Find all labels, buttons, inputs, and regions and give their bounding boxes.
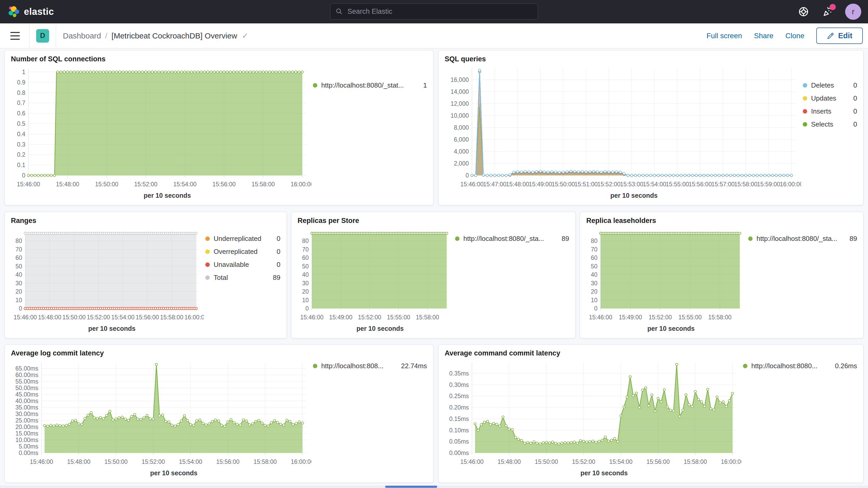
elastic-brand[interactable]: elastic [8, 6, 54, 18]
legend-item[interactable]: http://localhost:8080... 0.26ms [743, 362, 857, 370]
svg-text:0: 0 [465, 172, 469, 179]
full-screen-button[interactable]: Full screen [706, 32, 742, 40]
pencil-icon [827, 32, 835, 40]
search-icon [336, 8, 343, 15]
svg-text:15:54:00: 15:54:00 [111, 314, 135, 321]
legend-item[interactable]: http://localhost:8080/_sta... 89 [748, 235, 857, 243]
edit-button[interactable]: Edit [816, 28, 863, 44]
legend-value: 0.26ms [835, 362, 857, 370]
help-button[interactable] [797, 5, 810, 18]
svg-text:15:52:00: 15:52:00 [649, 314, 672, 321]
legend-item[interactable]: http://localhost:8080/_sta... 89 [455, 235, 569, 243]
svg-text:20: 20 [16, 288, 22, 295]
horizontal-scrollbar-thumb[interactable] [385, 486, 437, 488]
legend-value: 89 [562, 235, 569, 243]
user-avatar[interactable]: r [845, 4, 861, 20]
legend-item[interactable]: Total 89 [205, 274, 280, 282]
svg-text:0: 0 [594, 305, 597, 312]
svg-text:15:55:00: 15:55:00 [387, 314, 410, 321]
saved-check-icon: ✓ [242, 31, 248, 40]
svg-text:30: 30 [302, 280, 309, 286]
legend-label: Inserts [811, 107, 831, 115]
svg-text:25.00ms: 25.00ms [16, 417, 38, 424]
svg-text:15:49:00: 15:49:00 [329, 314, 352, 321]
legend-value: 0 [277, 248, 280, 256]
svg-text:16:00:00: 16:00:00 [780, 181, 801, 188]
newsfeed-button[interactable] [821, 5, 834, 18]
panel-log-commit-latency: Average log commit latency 0.00ms5.00ms1… [4, 344, 433, 483]
legend-item[interactable]: http://localhost:8080/_stat... 1 [313, 81, 427, 89]
svg-text:0.25ms: 0.25ms [450, 393, 469, 399]
svg-text:5.00ms: 5.00ms [19, 443, 38, 450]
legend-label: Updates [811, 94, 836, 102]
breadcrumb: Dashboard / [Metricbeat CockroachDB] Ove… [63, 31, 248, 40]
series-color-dot [313, 83, 317, 88]
svg-text:15:58:00: 15:58:00 [734, 181, 757, 188]
svg-text:0.00ms: 0.00ms [450, 450, 469, 456]
chart-legend: http://localhost:8080/_stat... 1 [311, 64, 427, 200]
legend-item[interactable]: http://localhost:808... 22.74ms [313, 362, 427, 370]
top-header: elastic [0, 0, 868, 23]
svg-text:60: 60 [302, 254, 309, 261]
legend-label: Underreplicated [214, 235, 261, 243]
hamburger-menu-icon[interactable] [9, 30, 21, 41]
breadcrumb-separator: / [105, 31, 107, 40]
svg-text:15:57:00: 15:57:00 [711, 181, 735, 188]
elastic-logo-icon [8, 6, 20, 18]
svg-text:80: 80 [591, 238, 597, 244]
series-color-dot [803, 83, 807, 88]
svg-text:60: 60 [16, 254, 22, 261]
svg-text:15:46:00: 15:46:00 [460, 181, 484, 188]
svg-text:0.4: 0.4 [17, 131, 26, 138]
svg-text:15:48:00: 15:48:00 [497, 458, 521, 465]
svg-text:15:58:00: 15:58:00 [708, 314, 732, 321]
search-input[interactable] [347, 7, 532, 16]
svg-text:15:58:00: 15:58:00 [253, 458, 277, 465]
svg-text:15:58:00: 15:58:00 [416, 314, 439, 321]
divider [29, 23, 29, 48]
svg-text:per 10 seconds: per 10 seconds [88, 325, 135, 332]
svg-text:15:55:00: 15:55:00 [666, 181, 689, 188]
series-color-dot [803, 96, 807, 100]
svg-text:50.00ms: 50.00ms [16, 385, 38, 391]
svg-text:15:56:00: 15:56:00 [212, 181, 236, 188]
legend-item[interactable]: Overreplicated 0 [205, 248, 280, 256]
svg-text:15:48:00: 15:48:00 [506, 181, 529, 188]
legend-item[interactable]: Unavailable 0 [205, 261, 280, 269]
svg-text:2,000: 2,000 [454, 160, 469, 167]
series-color-dot [205, 275, 210, 280]
svg-text:15:50:00: 15:50:00 [535, 458, 558, 465]
series-color-dot [313, 364, 317, 368]
svg-text:6,000: 6,000 [454, 136, 469, 143]
svg-text:0.7: 0.7 [17, 99, 26, 106]
panel-replicas-per-store: Replicas per Store 0102030405060708015:4… [291, 212, 576, 338]
legend-item[interactable]: Deletes 0 [803, 81, 857, 89]
svg-text:15:46:00: 15:46:00 [17, 181, 40, 188]
legend-item[interactable]: Inserts 0 [803, 107, 857, 115]
panel-title: Ranges [11, 217, 280, 225]
space-avatar[interactable]: D [36, 29, 49, 42]
breadcrumb-dashboard-link[interactable]: Dashboard [63, 31, 101, 40]
legend-label: http://localhost:808... [321, 362, 383, 370]
legend-item[interactable]: Selects 0 [803, 120, 857, 128]
legend-item[interactable]: Underreplicated 0 [205, 235, 280, 243]
svg-text:0.00ms: 0.00ms [19, 450, 38, 456]
header-actions: r [797, 0, 861, 23]
chart-legend: Underreplicated 0 Overreplicated 0 Unava… [204, 226, 280, 333]
svg-text:15:52:00: 15:52:00 [358, 314, 381, 321]
svg-text:16:00:00: 16:00:00 [290, 181, 311, 188]
panel-title: Average log commit latency [11, 349, 427, 357]
global-search[interactable] [330, 3, 538, 20]
legend-value: 0 [854, 107, 857, 115]
svg-text:70: 70 [591, 246, 597, 253]
svg-text:10: 10 [591, 297, 597, 304]
svg-text:0: 0 [19, 305, 22, 312]
svg-text:20: 20 [591, 288, 597, 295]
legend-label: Deletes [811, 81, 834, 89]
legend-item[interactable]: Updates 0 [803, 94, 857, 102]
share-button[interactable]: Share [754, 32, 773, 40]
series-color-dot [205, 249, 210, 254]
clone-button[interactable]: Clone [785, 32, 804, 40]
legend-value: 89 [273, 274, 280, 282]
svg-text:15:46:00: 15:46:00 [589, 314, 612, 321]
